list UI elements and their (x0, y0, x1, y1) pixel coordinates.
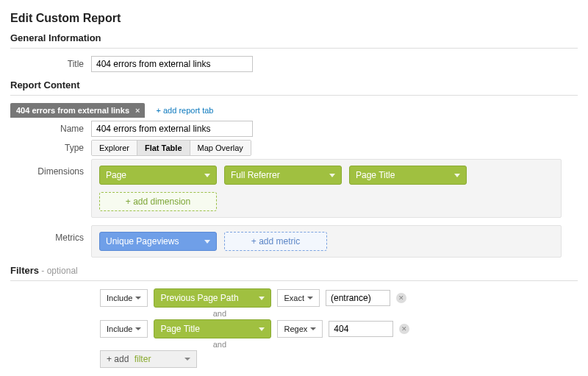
chevron-down-icon (135, 297, 141, 299)
title-input[interactable] (91, 56, 253, 72)
name-input[interactable] (91, 121, 253, 137)
chevron-down-icon (454, 174, 460, 177)
metrics-panel: Unique Pageviews + add metric (91, 225, 562, 258)
label-type: Type (10, 143, 91, 153)
chevron-down-icon (307, 297, 313, 299)
chevron-down-icon (135, 327, 141, 330)
filter-mode-select[interactable]: Include (100, 289, 148, 307)
report-tab-label: 404 errors from external links (16, 106, 129, 115)
label-name: Name (10, 124, 91, 134)
filter-field-pill[interactable]: Previous Page Path (154, 288, 271, 308)
and-label: and (100, 340, 226, 349)
page-title: Edit Custom Report (10, 12, 578, 25)
type-map-overlay[interactable]: Map Overlay (190, 141, 251, 155)
filter-value-input[interactable] (329, 321, 393, 337)
chevron-down-icon (204, 174, 210, 177)
section-general-info: General Information (10, 32, 578, 43)
filter-field-pill[interactable]: Page Title (154, 319, 271, 338)
dimension-pill[interactable]: Page (99, 166, 217, 185)
close-icon[interactable]: × (135, 106, 140, 115)
add-report-tab[interactable]: + add report tab (157, 106, 214, 118)
add-filter-button[interactable]: + add filter (100, 350, 197, 368)
filter-row: Include Previous Page Path Exact ✕ (100, 288, 578, 308)
dimensions-panel: Page Full Referrer Page Title + add dime… (91, 159, 562, 218)
chevron-down-icon (310, 327, 316, 330)
dimension-pill[interactable]: Page Title (349, 166, 467, 185)
label-metrics: Metrics (10, 225, 91, 243)
add-dimension-button[interactable]: + add dimension (99, 192, 217, 211)
label-dimensions: Dimensions (10, 159, 91, 177)
chevron-down-icon (259, 297, 265, 300)
type-flat-table[interactable]: Flat Table (137, 141, 190, 155)
section-filters: Filters - optional (10, 265, 578, 276)
chevron-down-icon (204, 240, 210, 244)
chevron-down-icon (329, 174, 335, 177)
report-tab[interactable]: 404 errors from external links × (10, 103, 145, 118)
chevron-down-icon (184, 358, 190, 361)
dimension-pill[interactable]: Full Referrer (224, 166, 342, 185)
type-explorer[interactable]: Explorer (92, 141, 137, 155)
add-metric-button[interactable]: + add metric (224, 232, 327, 251)
and-label: and (100, 309, 226, 318)
filter-match-select[interactable]: Regex (277, 320, 323, 338)
filter-value-input[interactable] (326, 290, 390, 306)
type-toggle-group: Explorer Flat Table Map Overlay (91, 140, 251, 156)
chevron-down-icon (259, 327, 265, 331)
filter-match-select[interactable]: Exact (277, 289, 320, 307)
metric-pill[interactable]: Unique Pageviews (99, 232, 217, 251)
filter-mode-select[interactable]: Include (100, 320, 148, 338)
filter-row: Include Page Title Regex ✕ (100, 319, 578, 338)
label-title: Title (10, 59, 91, 69)
remove-filter-icon[interactable]: ✕ (396, 293, 406, 303)
section-report-content: Report Content (10, 79, 578, 91)
remove-filter-icon[interactable]: ✕ (399, 324, 409, 334)
